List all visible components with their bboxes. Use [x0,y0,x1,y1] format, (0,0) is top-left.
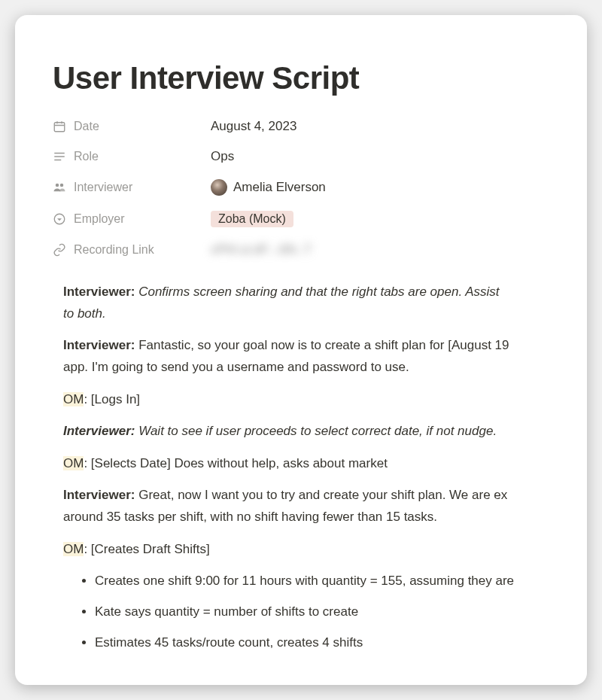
page-title: User Interview Script [53,60,587,96]
properties-table: Date August 4, 2023 Role Ops Interviewer… [53,119,587,257]
speaker-om: OM [63,542,84,556]
line-text: Confirms screen sharing and that the rig… [138,285,499,299]
transcript-line[interactable]: app. I'm going to send you a username an… [63,358,587,377]
list-item[interactable]: Estimates 45 tasks/route count, creates … [95,634,587,653]
prop-employer-value[interactable]: Zoba (Mock) [211,211,587,227]
prop-employer-label: Employer [74,212,125,226]
prop-recording-key[interactable]: Recording Link [53,242,211,257]
bullet-list: Creates one shift 9:00 for 11 hours with… [63,572,587,652]
link-icon [53,243,66,257]
speaker-interviewer: Interviewer: [63,338,135,352]
prop-role-value[interactable]: Ops [211,149,587,164]
transcript-line[interactable]: around 35 tasks per shift, with no shift… [63,508,587,527]
prop-role-label: Role [74,150,99,163]
prop-recording-label: Recording Link [74,243,154,257]
line-text: to both. [63,306,106,321]
recording-link-redacted: xPhf.ul.dF:..t0h..T [211,242,312,257]
line-text: Great, now I want you to try and create … [138,488,507,502]
transcript-line[interactable]: OM: [Selects Date] Does without help, as… [63,455,587,473]
transcript-line[interactable]: to both. [63,305,587,324]
line-text: [Creates Draft Shifts] [87,542,210,556]
transcript-line[interactable]: OM: [Creates Draft Shifts] [63,540,587,559]
people-icon [53,181,66,194]
transcript-line[interactable]: Interviewer: Great, now I want you to tr… [63,486,587,505]
prop-interviewer-label: Interviewer [74,181,132,194]
speaker-interviewer: Interviewer: [63,488,135,502]
transcript-line[interactable]: OM: [Logs In] [63,391,587,409]
prop-interviewer-key[interactable]: Interviewer [53,179,211,196]
svg-point-7 [56,184,59,187]
document-body: Interviewer: Confirms screen sharing and… [53,283,587,652]
list-item[interactable]: Kate says quantity = number of shifts to… [95,603,587,622]
line-text: [Selects Date] Does without help, asks a… [87,456,388,470]
transcript-line[interactable]: Interviewer: Fantastic, so your goal now… [63,336,587,355]
line-text: app. I'm going to send you a username an… [63,360,409,374]
list-item[interactable]: Creates one shift 9:00 for 11 hours with… [95,572,587,591]
transcript-line[interactable]: Interviewer: Wait to see if user proceed… [63,422,587,441]
prop-role-key[interactable]: Role [53,149,211,164]
prop-date-key[interactable]: Date [53,119,211,134]
line-text: Fantastic, so your goal now is to create… [138,338,509,352]
avatar [211,179,227,196]
prop-recording-value[interactable]: xPhf.ul.dF:..t0h..T [211,242,587,257]
svg-point-8 [60,184,64,187]
prop-date-value[interactable]: August 4, 2023 [211,119,587,134]
line-text: [Logs In] [87,392,140,406]
svg-rect-0 [54,123,65,132]
speaker-interviewer: Interviewer: [63,285,135,299]
text-lines-icon [53,150,66,163]
line-text: Wait to see if user proceeds to select c… [138,424,497,438]
employer-tag: Zoba (Mock) [211,211,293,227]
transcript-line[interactable]: Interviewer: Confirms screen sharing and… [63,283,587,302]
prop-date-label: Date [74,120,99,133]
select-icon [53,212,66,226]
prop-employer-key[interactable]: Employer [53,211,211,227]
interviewer-name: Amelia Elverson [233,180,326,195]
speaker-om: OM [63,456,84,470]
line-text: around 35 tasks per shift, with no shift… [63,510,437,524]
document-page: User Interview Script Date August 4, 202… [15,15,587,685]
prop-interviewer-value[interactable]: Amelia Elverson [211,179,587,196]
speaker-om: OM [63,392,84,406]
speaker-interviewer: Interviewer: [63,424,135,438]
calendar-icon [53,120,66,133]
